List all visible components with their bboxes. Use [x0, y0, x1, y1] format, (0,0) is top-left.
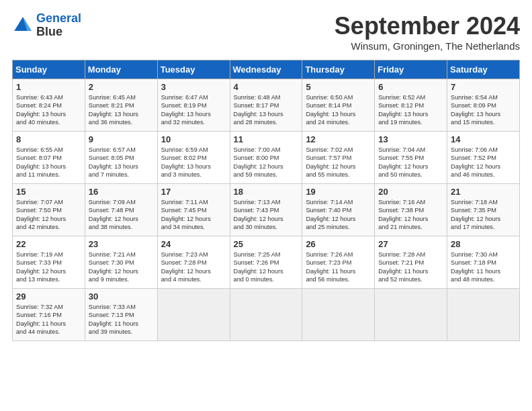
month-title: September 2024 [335, 12, 520, 40]
calendar-week-row: 29Sunrise: 7:32 AM Sunset: 7:16 PM Dayli… [13, 289, 520, 341]
day-number: 28 [451, 239, 516, 249]
calendar-cell [447, 289, 520, 341]
day-info: Sunrise: 7:06 AM Sunset: 7:52 PM Dayligh… [451, 146, 516, 179]
day-info: Sunrise: 7:09 AM Sunset: 7:48 PM Dayligh… [89, 198, 154, 232]
day-number: 13 [378, 134, 443, 144]
calendar-week-row: 8Sunrise: 6:55 AM Sunset: 8:07 PM Daylig… [13, 132, 520, 184]
calendar-cell: 29Sunrise: 7:32 AM Sunset: 7:16 PM Dayli… [13, 289, 85, 341]
day-number: 19 [306, 187, 371, 197]
calendar-cell: 16Sunrise: 7:09 AM Sunset: 7:48 PM Dayli… [85, 184, 157, 236]
calendar-cell: 13Sunrise: 7:04 AM Sunset: 7:55 PM Dayli… [375, 132, 447, 184]
logo: General Blue [12, 12, 81, 39]
calendar-cell: 3Sunrise: 6:47 AM Sunset: 8:19 PM Daylig… [157, 79, 230, 132]
day-number: 4 [234, 82, 299, 92]
calendar-cell: 17Sunrise: 7:11 AM Sunset: 7:45 PM Dayli… [157, 184, 230, 236]
calendar-body: 1Sunrise: 6:43 AM Sunset: 8:24 PM Daylig… [13, 79, 520, 341]
calendar-cell: 18Sunrise: 7:13 AM Sunset: 7:43 PM Dayli… [230, 184, 302, 236]
day-info: Sunrise: 7:30 AM Sunset: 7:18 PM Dayligh… [451, 250, 516, 284]
calendar-cell: 24Sunrise: 7:23 AM Sunset: 7:28 PM Dayli… [157, 236, 230, 289]
title-block: September 2024 Winsum, Groningen, The Ne… [335, 12, 520, 52]
day-info: Sunrise: 7:23 AM Sunset: 7:28 PM Dayligh… [161, 250, 226, 284]
calendar-cell: 30Sunrise: 7:33 AM Sunset: 7:13 PM Dayli… [85, 289, 157, 341]
day-info: Sunrise: 7:32 AM Sunset: 7:16 PM Dayligh… [16, 303, 81, 336]
day-info: Sunrise: 7:11 AM Sunset: 7:45 PM Dayligh… [161, 198, 226, 232]
day-info: Sunrise: 7:33 AM Sunset: 7:13 PM Dayligh… [89, 303, 154, 336]
calendar-cell: 7Sunrise: 6:54 AM Sunset: 8:09 PM Daylig… [447, 79, 520, 132]
day-number: 23 [89, 239, 154, 249]
calendar-cell: 10Sunrise: 6:59 AM Sunset: 8:02 PM Dayli… [157, 132, 230, 184]
calendar-cell: 19Sunrise: 7:14 AM Sunset: 7:40 PM Dayli… [302, 184, 375, 236]
calendar-header-cell: Friday [375, 60, 447, 79]
day-number: 15 [16, 187, 81, 197]
day-number: 20 [378, 187, 443, 197]
day-number: 9 [89, 134, 154, 144]
calendar-cell [230, 289, 302, 341]
day-info: Sunrise: 7:28 AM Sunset: 7:21 PM Dayligh… [378, 250, 443, 284]
day-info: Sunrise: 7:13 AM Sunset: 7:43 PM Dayligh… [234, 198, 299, 232]
calendar-cell: 20Sunrise: 7:16 AM Sunset: 7:38 PM Dayli… [375, 184, 447, 236]
day-info: Sunrise: 6:47 AM Sunset: 8:19 PM Dayligh… [161, 93, 226, 127]
calendar-header-cell: Wednesday [230, 60, 302, 79]
day-info: Sunrise: 6:55 AM Sunset: 8:07 PM Dayligh… [16, 146, 81, 179]
calendar-week-row: 1Sunrise: 6:43 AM Sunset: 8:24 PM Daylig… [13, 79, 520, 132]
calendar-cell: 22Sunrise: 7:19 AM Sunset: 7:33 PM Dayli… [13, 236, 85, 289]
day-info: Sunrise: 7:25 AM Sunset: 7:26 PM Dayligh… [234, 250, 299, 284]
calendar-cell: 21Sunrise: 7:18 AM Sunset: 7:35 PM Dayli… [447, 184, 520, 236]
location: Winsum, Groningen, The Netherlands [335, 40, 520, 52]
day-info: Sunrise: 7:19 AM Sunset: 7:33 PM Dayligh… [16, 250, 81, 284]
calendar-cell [375, 289, 447, 341]
day-number: 7 [451, 82, 516, 92]
day-info: Sunrise: 7:07 AM Sunset: 7:50 PM Dayligh… [16, 198, 81, 232]
day-number: 17 [161, 187, 226, 197]
calendar-header-cell: Sunday [13, 60, 85, 79]
calendar-cell: 28Sunrise: 7:30 AM Sunset: 7:18 PM Dayli… [447, 236, 520, 289]
calendar-cell: 4Sunrise: 6:48 AM Sunset: 8:17 PM Daylig… [230, 79, 302, 132]
day-number: 10 [161, 134, 226, 144]
day-number: 18 [234, 187, 299, 197]
day-number: 24 [161, 239, 226, 249]
day-number: 16 [89, 187, 154, 197]
calendar-cell: 1Sunrise: 6:43 AM Sunset: 8:24 PM Daylig… [13, 79, 85, 132]
day-info: Sunrise: 7:18 AM Sunset: 7:35 PM Dayligh… [451, 198, 516, 232]
calendar-cell: 9Sunrise: 6:57 AM Sunset: 8:05 PM Daylig… [85, 132, 157, 184]
day-info: Sunrise: 7:16 AM Sunset: 7:38 PM Dayligh… [378, 198, 443, 232]
day-info: Sunrise: 7:00 AM Sunset: 8:00 PM Dayligh… [234, 146, 299, 179]
day-info: Sunrise: 6:50 AM Sunset: 8:14 PM Dayligh… [306, 93, 371, 127]
day-number: 12 [306, 134, 371, 144]
day-info: Sunrise: 6:43 AM Sunset: 8:24 PM Dayligh… [16, 93, 81, 127]
calendar-header-row: SundayMondayTuesdayWednesdayThursdayFrid… [13, 60, 520, 79]
calendar-cell: 23Sunrise: 7:21 AM Sunset: 7:30 PM Dayli… [85, 236, 157, 289]
day-info: Sunrise: 6:52 AM Sunset: 8:12 PM Dayligh… [378, 93, 443, 127]
calendar-cell: 27Sunrise: 7:28 AM Sunset: 7:21 PM Dayli… [375, 236, 447, 289]
day-number: 22 [16, 239, 81, 249]
calendar-cell [302, 289, 375, 341]
calendar-cell [157, 289, 230, 341]
day-info: Sunrise: 7:02 AM Sunset: 7:57 PM Dayligh… [306, 146, 371, 179]
calendar-cell: 2Sunrise: 6:45 AM Sunset: 8:21 PM Daylig… [85, 79, 157, 132]
header: General Blue September 2024 Winsum, Gron… [12, 12, 520, 52]
day-number: 27 [378, 239, 443, 249]
day-number: 3 [161, 82, 226, 92]
calendar-header-cell: Thursday [302, 60, 375, 79]
day-info: Sunrise: 6:48 AM Sunset: 8:17 PM Dayligh… [234, 93, 299, 127]
day-number: 30 [89, 291, 154, 302]
day-number: 14 [451, 134, 516, 144]
calendar-cell: 15Sunrise: 7:07 AM Sunset: 7:50 PM Dayli… [13, 184, 85, 236]
day-info: Sunrise: 7:21 AM Sunset: 7:30 PM Dayligh… [89, 250, 154, 284]
day-number: 2 [89, 82, 154, 92]
day-info: Sunrise: 6:45 AM Sunset: 8:21 PM Dayligh… [89, 93, 154, 127]
day-number: 8 [16, 134, 81, 144]
day-number: 5 [306, 82, 371, 92]
day-number: 29 [16, 291, 81, 302]
day-number: 6 [378, 82, 443, 92]
day-number: 25 [234, 239, 299, 249]
calendar-week-row: 22Sunrise: 7:19 AM Sunset: 7:33 PM Dayli… [13, 236, 520, 289]
calendar-table: SundayMondayTuesdayWednesdayThursdayFrid… [12, 60, 520, 341]
day-number: 11 [234, 134, 299, 144]
day-info: Sunrise: 6:59 AM Sunset: 8:02 PM Dayligh… [161, 146, 226, 179]
day-number: 26 [306, 239, 371, 249]
logo-text: General Blue [36, 12, 81, 39]
calendar-header-cell: Monday [85, 60, 157, 79]
day-number: 1 [16, 82, 81, 92]
page-container: General Blue September 2024 Winsum, Gron… [0, 0, 532, 348]
